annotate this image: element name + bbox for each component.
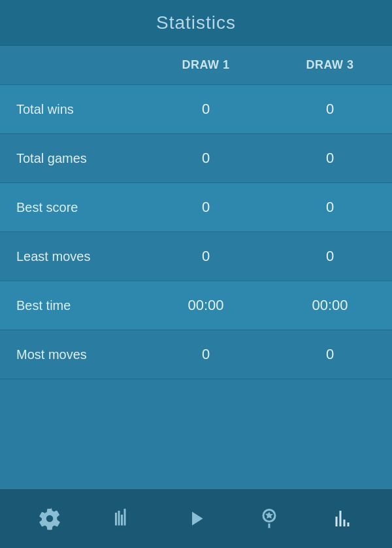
stat-draw3-value: 0 [268, 248, 392, 265]
stat-name: Total games [0, 151, 144, 166]
column-headers: DRAW 1 DRAW 3 [0, 46, 392, 85]
stat-draw3-value: 0 [268, 101, 392, 118]
col-draw3-header: DRAW 3 [268, 58, 392, 72]
table-row: Best time00:0000:00 [0, 281, 392, 330]
header: Statistics [0, 0, 392, 46]
stat-name: Least moves [0, 249, 144, 264]
nav-cards-icon[interactable] [103, 499, 142, 538]
stat-draw1-value: 0 [144, 101, 268, 118]
table-row: Best score00 [0, 183, 392, 232]
table-row: Total wins00 [0, 85, 392, 134]
stat-draw3-value: 00:00 [268, 297, 392, 314]
stat-name: Total wins [0, 102, 144, 117]
stat-draw1-value: 0 [144, 248, 268, 265]
page-title: Statistics [156, 12, 236, 33]
nav-play-icon[interactable] [176, 499, 216, 538]
nav-statistics-icon[interactable] [323, 499, 362, 538]
table-row: Total games00 [0, 134, 392, 183]
stat-name: Best score [0, 200, 144, 215]
bottom-nav [0, 489, 392, 548]
stats-table: Total wins00Total games00Best score00Lea… [0, 85, 392, 489]
stat-draw3-value: 0 [268, 199, 392, 216]
stat-draw3-value: 0 [268, 346, 392, 363]
nav-achievements-icon[interactable] [250, 499, 289, 538]
stat-draw1-value: 0 [144, 199, 268, 216]
table-row: Most moves00 [0, 330, 392, 379]
table-row: Least moves00 [0, 232, 392, 281]
stat-draw3-value: 0 [268, 150, 392, 167]
stat-draw1-value: 00:00 [144, 297, 268, 314]
nav-settings-icon[interactable] [30, 499, 69, 538]
stat-draw1-value: 0 [144, 150, 268, 167]
col-draw1-header: DRAW 1 [144, 58, 268, 72]
stat-name: Most moves [0, 347, 144, 362]
stat-draw1-value: 0 [144, 346, 268, 363]
stat-name: Best time [0, 298, 144, 313]
